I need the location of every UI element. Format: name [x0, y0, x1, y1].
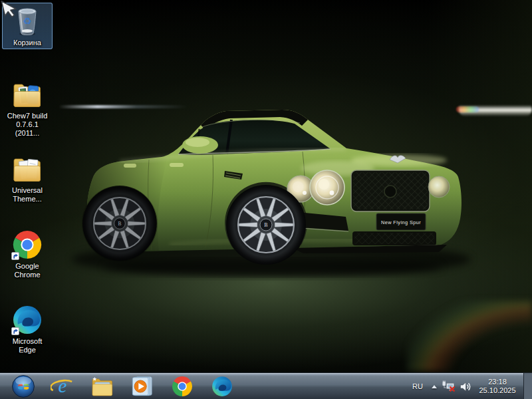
taskbar-windows-media-player[interactable] [128, 373, 157, 399]
svg-text:♻: ♻ [23, 15, 31, 27]
taskbar: e [0, 372, 532, 399]
explorer-folder-icon [90, 374, 114, 398]
network-status-button[interactable] [440, 373, 457, 399]
hidden-icons-button[interactable] [429, 373, 440, 399]
license-plate: New Flying Spur [376, 213, 426, 230]
internet-explorer-icon: e [51, 374, 74, 398]
desktop-icon-microsoft-edge[interactable]: Microsoft Edge [2, 301, 53, 356]
clock[interactable]: 23:18 25.10.2025 [475, 378, 519, 395]
volume-button[interactable] [457, 373, 474, 399]
license-plate-text: New Flying Spur [381, 219, 421, 225]
language-indicator[interactable]: RU [406, 382, 429, 390]
taskbar-internet-explorer[interactable]: e [48, 373, 77, 399]
taskbar-google-chrome[interactable] [168, 373, 197, 399]
icon-label: Корзина [13, 39, 41, 47]
bentley-car-image: B [0, 0, 532, 399]
chrome-icon [11, 229, 43, 261]
media-player-icon [131, 375, 154, 398]
taskbar-windows-explorer[interactable] [88, 373, 117, 399]
system-tray: RU 2 [406, 373, 532, 399]
desktop-icon-chew7[interactable]: Chew7 build 0.7.6.1 (2011... [2, 76, 53, 140]
clock-date: 25.10.2025 [475, 386, 519, 395]
icon-label: Microsoft Edge [13, 337, 43, 354]
edge-icon [211, 375, 233, 398]
clock-time: 23:18 [475, 378, 519, 386]
edge-icon [11, 304, 43, 336]
svg-text:e: e [59, 375, 67, 396]
taskbar-microsoft-edge[interactable] [207, 373, 237, 399]
desktop-icon-recycle-bin[interactable]: ♻ Корзина [2, 3, 53, 49]
shortcut-arrow-icon [11, 327, 19, 335]
desktop: B [0, 0, 532, 399]
icon-label: Chew7 build 0.7.6.1 (2011... [3, 112, 51, 138]
recycle-bin-icon: ♻ [11, 5, 43, 37]
network-disconnected-icon [442, 380, 456, 392]
folder-with-documents-icon [11, 153, 43, 185]
show-desktop-button[interactable] [523, 373, 532, 399]
shortcut-arrow-icon [11, 252, 19, 260]
chrome-icon [171, 375, 194, 398]
icon-label: Universal Theme... [12, 186, 43, 203]
desktop-icon-google-chrome[interactable]: Google Chrome [2, 226, 53, 281]
desktop-icon-universal-theme[interactable]: Universal Theme... [2, 150, 53, 205]
folder-with-files-icon [11, 78, 43, 110]
volume-icon [460, 381, 472, 392]
icon-label: Google Chrome [14, 262, 40, 279]
chevron-up-icon [432, 385, 437, 388]
start-button[interactable] [7, 373, 39, 399]
